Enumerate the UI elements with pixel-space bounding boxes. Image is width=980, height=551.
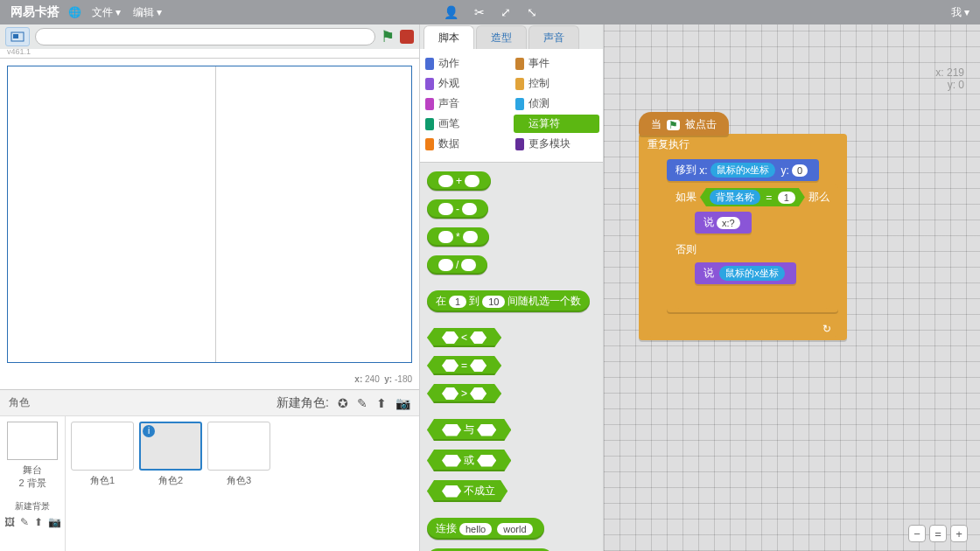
sprite-item[interactable]: i角色2 xyxy=(139,422,202,487)
cat-operators[interactable]: 运算符 xyxy=(514,115,600,133)
stage-thumb-label: 舞台 xyxy=(4,464,61,477)
mousex-reporter[interactable]: 鼠标的x坐标 xyxy=(710,163,776,178)
zoom-reset-icon[interactable]: = xyxy=(929,525,947,542)
op-minus[interactable]: - xyxy=(427,199,488,219)
file-menu[interactable]: 文件▾ xyxy=(92,5,121,20)
stage-coords: x: 240 y: -180 xyxy=(354,374,412,384)
paint-sprite-icon[interactable]: ✪ xyxy=(338,396,348,410)
tab-costumes[interactable]: 造型 xyxy=(476,25,527,49)
toolbar-center: 👤 ✂ ⤢ ⤡ xyxy=(444,5,537,19)
op-join[interactable]: 连接helloworld xyxy=(427,518,544,540)
loop-icon: ↻ xyxy=(822,323,831,335)
cat-data[interactable]: 数据 xyxy=(424,135,510,153)
scissors-icon[interactable]: ✂ xyxy=(474,5,485,19)
op-random[interactable]: 在1到10间随机选一个数 xyxy=(427,290,590,312)
sprite-header: 角色 新建角色: ✪ ✎ ⬆ 📷 xyxy=(0,390,419,416)
project-title-input[interactable] xyxy=(35,28,375,45)
if-else-block[interactable]: 如果 背景名称 = 1 那么 说x:? 否则 说 鼠标的x坐标 xyxy=(667,185,838,312)
stage: x: 240 y: -180 xyxy=(0,58,419,390)
stamp-icon[interactable]: 👤 xyxy=(444,5,458,19)
op-mul[interactable]: * xyxy=(427,227,489,247)
bg-paint-icon[interactable]: ✎ xyxy=(20,516,29,528)
block-list: + - * / 在1到10间随机选一个数 < = > 与 或 不成立 连接hel… xyxy=(420,163,603,551)
upload-sprite-icon[interactable]: ⬆ xyxy=(376,396,387,410)
op-not[interactable]: 不成立 xyxy=(427,480,508,502)
cat-sound[interactable]: 声音 xyxy=(424,94,510,113)
topbar: 网易卡搭 🌐 文件▾ 编辑▾ 👤 ✂ ⤢ ⤡ 我▾ xyxy=(0,0,980,24)
stage-thumb-sub: 2 背景 xyxy=(4,477,61,490)
brush-sprite-icon[interactable]: ✎ xyxy=(357,396,368,410)
say-block[interactable]: 说x:? xyxy=(695,212,752,234)
op-and[interactable]: 与 xyxy=(427,419,511,441)
sprite-heading: 角色 xyxy=(9,395,30,410)
bg-lib-icon[interactable]: 🖼 xyxy=(4,516,15,528)
flag-icon: ⚑ xyxy=(667,120,680,130)
tab-scripts[interactable]: 脚本 xyxy=(424,25,474,49)
script-area[interactable]: x: 219 y: 0 当⚑被点击 重复执行 移到 x:鼠标的x坐标 y:0 如… xyxy=(604,24,980,551)
expand-icon[interactable]: ⤢ xyxy=(500,5,511,19)
edit-menu[interactable]: 编辑▾ xyxy=(133,5,162,20)
op-gt[interactable]: > xyxy=(427,384,501,403)
sprite-info-icon[interactable]: i xyxy=(143,425,155,437)
forever-block[interactable]: 重复执行 移到 x:鼠标的x坐标 y:0 如果 背景名称 = 1 那么 说x:? xyxy=(639,134,847,340)
cat-more[interactable]: 更多模块 xyxy=(514,135,600,153)
me-menu[interactable]: 我▾ xyxy=(951,5,970,20)
svg-rect-1 xyxy=(13,34,18,38)
script-xy: x: 219 y: 0 xyxy=(935,66,964,91)
op-div[interactable]: / xyxy=(427,255,487,275)
script-stack[interactable]: 当⚑被点击 重复执行 移到 x:鼠标的x坐标 y:0 如果 背景名称 = 1 那… xyxy=(639,112,847,340)
zoom-in-icon[interactable]: + xyxy=(950,525,968,542)
category-grid: 动作 事件 外观 控制 声音 侦测 画笔 运算符 数据 更多模块 xyxy=(420,49,603,163)
globe-icon[interactable]: 🌐 xyxy=(68,6,81,18)
stop-button[interactable] xyxy=(400,30,414,44)
op-lt[interactable]: < xyxy=(427,328,501,347)
block-palette: 脚本 造型 声音 动作 事件 外观 控制 声音 侦测 画笔 运算符 数据 更多模… xyxy=(420,24,604,551)
stage-header: ⚑ xyxy=(0,24,419,49)
tab-sounds[interactable]: 声音 xyxy=(528,25,579,49)
cat-control[interactable]: 控制 xyxy=(514,74,600,93)
moveto-block[interactable]: 移到 x:鼠标的x坐标 y:0 xyxy=(667,159,819,181)
sprite-item[interactable]: 角色3 xyxy=(207,422,270,487)
brand: 网易卡搭 xyxy=(10,4,60,20)
version-label: v461.1 xyxy=(7,47,426,56)
bg-camera-icon[interactable]: 📷 xyxy=(48,516,61,528)
new-backdrop-label: 新建背景 xyxy=(4,500,61,513)
sprite-item[interactable]: 角色1 xyxy=(71,422,134,487)
cat-pen[interactable]: 画笔 xyxy=(424,115,510,133)
eq-condition[interactable]: 背景名称 = 1 xyxy=(700,188,805,206)
op-or[interactable]: 或 xyxy=(427,450,511,471)
tabs: 脚本 造型 声音 xyxy=(420,24,603,49)
left-column: ⚑ v461.1 x: 240 y: -180 角色 新建角色: ✪ ✎ ⬆ 📷 xyxy=(0,24,420,551)
camera-sprite-icon[interactable]: 📷 xyxy=(396,396,410,410)
green-flag-icon[interactable]: ⚑ xyxy=(381,27,395,46)
cat-motion[interactable]: 动作 xyxy=(424,54,510,73)
stage-thumbnail: 舞台 2 背景 新建背景 🖼 ✎ ⬆ 📷 xyxy=(0,416,66,551)
op-plus[interactable]: + xyxy=(427,171,491,191)
cat-events[interactable]: 事件 xyxy=(514,54,600,73)
hat-when-flag[interactable]: 当⚑被点击 xyxy=(639,112,729,136)
shrink-icon[interactable]: ⤡ xyxy=(527,5,537,19)
cat-looks[interactable]: 外观 xyxy=(424,74,510,93)
say-block-2[interactable]: 说 鼠标的x坐标 xyxy=(695,262,796,284)
bg-upload-icon[interactable]: ⬆ xyxy=(34,516,43,528)
cat-sensing[interactable]: 侦测 xyxy=(514,94,600,113)
small-stage-button[interactable] xyxy=(5,27,30,46)
stage-frame[interactable] xyxy=(7,66,412,363)
stage-thumb-box[interactable] xyxy=(7,422,58,460)
new-sprite-label: 新建角色: xyxy=(276,395,329,411)
op-eq[interactable]: = xyxy=(427,356,501,375)
sprite-list: 角色1 i角色2 角色3 xyxy=(66,416,419,551)
zoom-out-icon[interactable]: − xyxy=(908,525,926,542)
zoom-controls: − = + xyxy=(908,525,968,542)
